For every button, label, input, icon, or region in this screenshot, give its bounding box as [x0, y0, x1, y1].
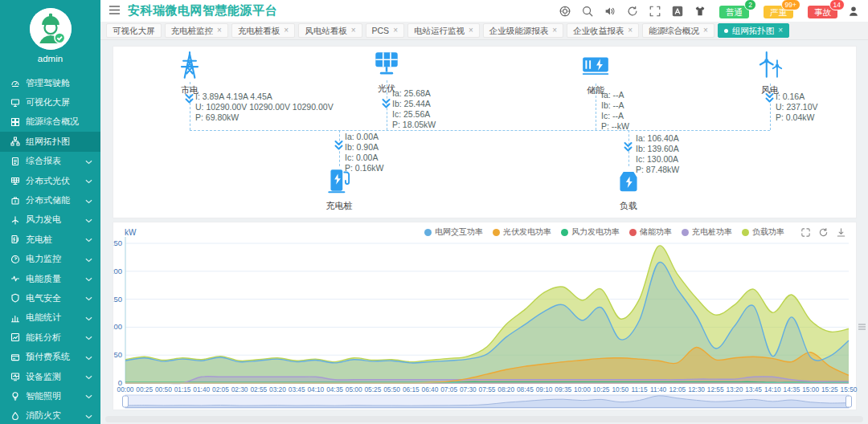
horizontal-scrollbar[interactable] — [105, 416, 863, 422]
tab-label: 充电桩监控 — [171, 26, 214, 36]
topology-icon — [10, 137, 20, 146]
x-tick-label: 06:40 — [422, 385, 439, 393]
legend-item-3[interactable]: 风力发电功率 — [561, 226, 620, 238]
close-icon[interactable]: × — [284, 26, 289, 35]
alarm-badge-1[interactable]: 普通2 — [719, 4, 749, 18]
username: admin — [0, 54, 100, 63]
save-image-icon[interactable] — [836, 227, 846, 238]
chevron-down-icon — [85, 215, 92, 225]
tab-9[interactable]: 能源综合概况× — [642, 23, 714, 39]
sidebar-item-18[interactable]: 消防火灾 — [0, 406, 100, 424]
x-tick-label: 15:50 — [841, 385, 858, 393]
x-tick-label: 00:00 — [117, 385, 134, 393]
fullscreen-icon[interactable] — [649, 5, 661, 18]
refresh-icon[interactable] — [626, 5, 639, 18]
x-tick-label: 12:30 — [688, 385, 705, 393]
sidebar-item-11[interactable]: 电能质量 — [0, 269, 100, 288]
node-label: 负载 — [600, 200, 657, 212]
scroll-grip-icon[interactable] — [857, 318, 867, 336]
y-tick-label: 100 — [113, 322, 122, 331]
power-tower-icon — [174, 50, 205, 80]
tab-10[interactable]: 组网拓扑图× — [718, 23, 789, 39]
sidebar-item-3[interactable]: 能源综合概况 — [0, 112, 100, 132]
tab-2[interactable]: 充电桩监控× — [165, 23, 228, 39]
y-tick-label: 50 — [113, 350, 122, 359]
theme-icon[interactable] — [694, 5, 706, 18]
sidebar: admin 管理驾驶舱可视化大屏能源综合概况组网拓扑图综合报表分布式光伏分布式储… — [0, 0, 100, 424]
close-icon[interactable]: × — [351, 26, 356, 35]
tab-3[interactable]: 充电桩看板× — [231, 23, 295, 39]
legend-item-1[interactable]: 电网交互功率 — [424, 226, 483, 238]
legend-dot — [424, 229, 432, 236]
tab-4[interactable]: 风电站看板× — [298, 23, 362, 39]
sidebar-item-12[interactable]: 电气安全 — [0, 288, 100, 308]
sidebar-item-4[interactable]: 组网拓扑图 — [0, 132, 100, 151]
sidebar-item-16[interactable]: 设备监测 — [0, 367, 100, 386]
close-icon[interactable]: × — [217, 26, 222, 35]
sidebar-item-1[interactable]: 管理驾驶舱 — [0, 73, 100, 92]
chart-legend: 电网交互功率光伏发电功率风力发电功率储能功率充电桩功率负载功率 — [424, 226, 846, 238]
close-icon[interactable]: × — [778, 26, 783, 35]
restore-icon[interactable] — [818, 227, 829, 238]
close-icon[interactable]: × — [393, 26, 398, 35]
tab-label: 风电站看板 — [305, 26, 347, 36]
sidebar-item-label: 分布式储能 — [26, 194, 85, 206]
tab-8[interactable]: 企业收益报表× — [567, 23, 639, 39]
close-icon[interactable]: × — [628, 26, 633, 35]
sidebar-item-8[interactable]: 风力发电 — [0, 210, 100, 230]
avatar[interactable] — [30, 8, 72, 50]
menu-toggle-icon[interactable] — [108, 4, 121, 18]
flow-down-icon — [184, 93, 194, 108]
sidebar-item-10[interactable]: 电力监控 — [0, 250, 100, 269]
sidebar-item-label: 能耗分析 — [26, 332, 85, 344]
sidebar-item-2[interactable]: 可视化大屏 — [0, 92, 100, 112]
sidebar-item-9[interactable]: 充电桩 — [0, 230, 100, 249]
sound-icon[interactable] — [604, 5, 616, 18]
tab-1[interactable]: 可视化大屏 — [106, 23, 162, 39]
close-icon[interactable]: × — [552, 26, 557, 35]
datazoom-handle-left[interactable] — [123, 396, 129, 407]
x-tick-label: 02:30 — [231, 385, 248, 393]
search-icon[interactable] — [581, 5, 594, 18]
header-icons — [559, 5, 706, 18]
alarm-badge-2[interactable]: 严重99+ — [764, 4, 793, 18]
x-tick-label: 08:20 — [497, 385, 514, 393]
legend-label: 负载功率 — [752, 226, 784, 238]
close-icon[interactable]: × — [703, 26, 708, 35]
legend-item-2[interactable]: 光伏发电功率 — [493, 226, 551, 238]
y-tick-label: 150 — [113, 295, 122, 304]
node-wind[interactable]: 风电 — [741, 50, 799, 96]
flow-down-icon — [764, 92, 775, 107]
x-tick-label: 05:25 — [365, 385, 382, 393]
user-icon[interactable] — [847, 5, 860, 18]
close-icon[interactable]: × — [469, 26, 473, 35]
node-readings: Ia: 25.68AIb: 25.44AIc: 25.56AP: 18.05kW — [392, 88, 436, 130]
tab-6[interactable]: 电站运行监视× — [407, 23, 480, 39]
sidebar-item-15[interactable]: 预付费系统 — [0, 347, 100, 366]
node-reading-line: Ic: 25.56A — [392, 109, 436, 120]
sidebar-item-6[interactable]: 分布式光伏 — [0, 171, 100, 190]
legend-item-6[interactable]: 负载功率 — [742, 226, 784, 238]
alarm-badge-3[interactable]: 事故14 — [808, 4, 837, 18]
sidebar-menu: 管理驾驶舱可视化大屏能源综合概况组网拓扑图综合报表分布式光伏分布式储能风力发电充… — [0, 73, 100, 424]
translate-icon[interactable] — [671, 5, 684, 18]
sidebar-item-label: 设备监测 — [26, 371, 85, 383]
sidebar-item-5[interactable]: 综合报表 — [0, 152, 100, 171]
datazoom-handle-right[interactable] — [846, 396, 852, 407]
x-tick-label: 02:55 — [250, 385, 267, 393]
sidebar-item-17[interactable]: 智能照明 — [0, 386, 100, 406]
zoom-select-icon[interactable] — [800, 227, 811, 238]
legend-item-5[interactable]: 充电桩功率 — [682, 226, 732, 238]
tab-5[interactable]: PCS× — [366, 23, 404, 39]
x-tick-label: 09:10 — [536, 385, 553, 393]
target-icon[interactable] — [559, 5, 571, 18]
sidebar-item-13[interactable]: 电能统计 — [0, 308, 100, 328]
node-utility-grid[interactable]: 市电 — [161, 50, 219, 96]
sidebar-item-14[interactable]: 能耗分析 — [0, 328, 100, 347]
x-tick-label: 10:50 — [612, 385, 628, 393]
legend-item-4[interactable]: 储能功率 — [629, 226, 672, 238]
sidebar-item-7[interactable]: 分布式储能 — [0, 190, 100, 210]
tab-7[interactable]: 企业级能源报表× — [483, 23, 563, 39]
energy-analysis-icon — [10, 332, 20, 342]
sidebar-item-label: 预付费系统 — [26, 351, 85, 363]
